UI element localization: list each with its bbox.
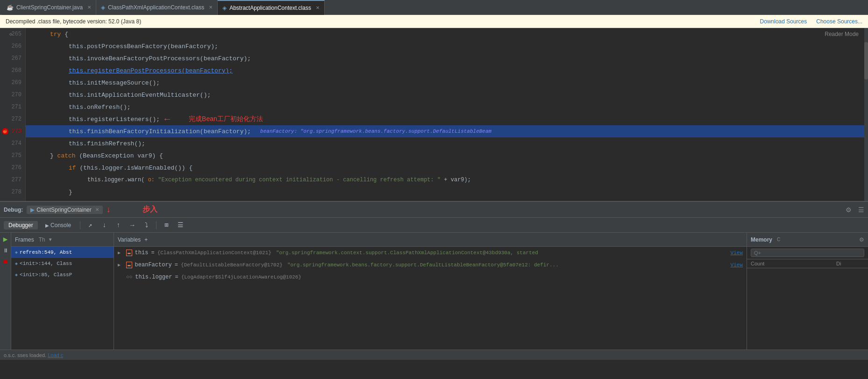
memory-expand-icon[interactable]: C: [777, 237, 780, 242]
status-text: o.s.c. sses loaded. Load c: [4, 352, 63, 358]
step-into-label: 步入: [142, 205, 157, 215]
var-expand-this[interactable]: ▶: [118, 250, 123, 256]
var-type-beanfactory: {DefaultListableBeanFactory@1702}: [181, 262, 283, 268]
annotation-arrow: ←: [164, 114, 170, 125]
line-267: 267: [0, 52, 25, 64]
memory-settings-icon[interactable]: ⚙: [859, 236, 864, 243]
frame-item-1[interactable]: ◈ <init>:144, Class: [11, 258, 114, 269]
code-line-271: this.onRefresh();: [26, 101, 868, 113]
frames-header: Frames Th ▼: [11, 233, 114, 247]
line-277: 277: [0, 174, 25, 186]
scroll-indicator[interactable]: [864, 28, 868, 201]
line-275: 275: [0, 150, 25, 162]
memory-columns: Count Di: [747, 259, 868, 268]
var-type-this: {ClassPathXmlApplicationContext@1021}: [157, 250, 271, 256]
resume-btn[interactable]: ▶: [1, 235, 10, 244]
pause-btn[interactable]: ⏸: [1, 246, 10, 255]
frame-label-1: <init>:144, Class: [20, 261, 72, 266]
load-link[interactable]: Load c: [48, 352, 63, 358]
var-row-logger[interactable]: ▶ ○○ this.logger = {LogAdapter$Slf4jLoca…: [114, 271, 747, 283]
notice-text: Decompiled .class file, bytecode version…: [6, 18, 141, 25]
line-269: 269: [0, 77, 25, 89]
reader-mode-btn[interactable]: Reader Mode: [825, 31, 859, 37]
var-view-beanfactory[interactable]: View: [731, 262, 743, 268]
debug-session-tab[interactable]: ▶ ClientSpringContainer ✕: [27, 206, 102, 214]
tab-class2-close[interactable]: ✕: [316, 5, 320, 10]
frame-item-0[interactable]: ◈ refresh:549, Abst: [11, 247, 114, 258]
code-line-278: }: [26, 186, 868, 198]
add-watch-icon[interactable]: +: [144, 236, 148, 243]
console-icon: ▶: [45, 223, 49, 228]
tab-bar: ☕ ClientSpringContainer.java ✕ ◈ ClassPa…: [0, 0, 868, 15]
code-line-277: this.logger.warn( o: "Exception encounte…: [26, 174, 868, 186]
debug-session-close[interactable]: ✕: [95, 207, 99, 212]
status-bar: o.s.c. sses loaded. Load c: [0, 350, 868, 360]
stop-btn[interactable]: ⏹: [1, 257, 10, 266]
var-row-beanfactory[interactable]: ▶ ▬ beanFactory = {DefaultListableBeanFa…: [114, 259, 747, 271]
var-value-beanfactory: "org.springframework.beans.factory.suppo…: [287, 262, 559, 268]
var-icon-this: ▬: [126, 250, 132, 256]
line-276: 276: [0, 162, 25, 174]
debug-session-label: ClientSpringContainer: [36, 207, 91, 213]
step-into-btn[interactable]: ↓: [99, 220, 110, 231]
line-gutter: ◇ 265 266 267 268 269 270 271 272 🍎 273 …: [0, 28, 26, 201]
java-icon: ☕: [7, 4, 14, 11]
class-icon-1: ◈: [101, 4, 105, 11]
tab-abstract[interactable]: ◈ AbstractApplicationContext.class ✕: [218, 0, 325, 15]
memory-content: Count Di: [747, 247, 868, 350]
code-line-265: try {: [26, 28, 868, 40]
class-icon-2: ◈: [222, 5, 227, 11]
var-icon-logger: ○○: [126, 274, 132, 280]
console-tab[interactable]: ▶ Console: [41, 221, 76, 229]
code-line-275: } catch (BeansException var9) {: [26, 150, 868, 162]
frame-icon-2: ◈: [15, 272, 18, 278]
breakpoint-icon-273: 🍎: [2, 128, 8, 135]
frame-item-2[interactable]: ◈ <init>:85, ClassP: [11, 269, 114, 280]
code-content: Reader Mode try { this.postProcessBeanFa…: [26, 28, 868, 201]
tab-class2-label: AbstractApplicationContext.class: [229, 5, 311, 11]
tab-class1-label: ClassPathXmlApplicationContext.class: [108, 4, 204, 11]
frame-label-0: refresh:549, Abst: [20, 250, 72, 255]
watch-btn[interactable]: ☰: [175, 220, 186, 231]
debug-layout-icon[interactable]: ☰: [858, 206, 864, 214]
force-step-into-btn[interactable]: ⤵: [141, 220, 152, 231]
evaluate-btn[interactable]: ⊞: [161, 220, 172, 231]
var-name-logger: this.logger: [135, 274, 172, 280]
tab-java[interactable]: ☕ ClientSpringContainer.java ✕: [2, 0, 96, 15]
notice-bar: Decompiled .class file, bytecode version…: [0, 15, 868, 28]
notice-links: Download Sources Choose Sources...: [760, 18, 862, 25]
var-name-this: this: [135, 250, 149, 256]
step-out-btn[interactable]: ↑: [113, 220, 124, 231]
var-type-logger: {LogAdapter$Slf4jLocationAwareLog@1026}: [181, 274, 301, 280]
choose-sources-link[interactable]: Choose Sources...: [816, 18, 862, 25]
code-line-274: this.finishRefresh();: [26, 137, 868, 150]
download-sources-link[interactable]: Download Sources: [760, 18, 807, 25]
run-cursor-btn[interactable]: →: [127, 220, 138, 231]
tab-java-close[interactable]: ✕: [87, 5, 91, 10]
debugger-tab[interactable]: Debugger: [4, 221, 38, 229]
memory-col-di: Di: [836, 261, 864, 266]
tab-class1-close[interactable]: ✕: [209, 5, 213, 10]
debug-toolbar: Debugger ▶ Console ↗ ↓ ↑ → ⤵ ⊞ ☰: [0, 218, 868, 233]
frames-dropdown-icon[interactable]: ▼: [48, 237, 53, 242]
tab-classpathxml[interactable]: ◈ ClassPathXmlApplicationContext.class ✕: [96, 0, 218, 15]
editor-area: ◇ 265 266 267 268 269 270 271 272 🍎 273 …: [0, 28, 868, 201]
step-over-btn[interactable]: ↗: [85, 220, 96, 231]
debug-session-icon: ▶: [30, 207, 35, 213]
register-bean-post-processors-link[interactable]: this.registerBeanPostProcessors(beanFact…: [69, 67, 233, 74]
var-row-this[interactable]: ▶ ▬ this = {ClassPathXmlApplicationConte…: [114, 247, 747, 259]
memory-search-input[interactable]: [751, 249, 864, 257]
frames-panel: Frames Th ▼ ◈ refresh:549, Abst ◈ <init>…: [11, 233, 114, 350]
debug-settings-icon[interactable]: ⚙: [846, 206, 852, 214]
line-265: ◇ 265: [0, 28, 25, 40]
var-view-this[interactable]: View: [731, 250, 743, 256]
bookmark-265: ◇: [9, 31, 12, 37]
debug-title: Debug:: [4, 207, 23, 213]
scroll-thumb[interactable]: [864, 42, 868, 79]
toolbar-sep-1: [80, 221, 80, 229]
variables-title: Variables: [118, 236, 141, 243]
frames-title: Frames: [15, 236, 34, 243]
code-line-272: this.registerListeners(); ← 完成Bean工厂初始化方…: [26, 113, 868, 125]
code-line-267: this.invokeBeanFactoryPostProcessors(bea…: [26, 52, 868, 64]
var-expand-beanfactory[interactable]: ▶: [118, 262, 123, 268]
